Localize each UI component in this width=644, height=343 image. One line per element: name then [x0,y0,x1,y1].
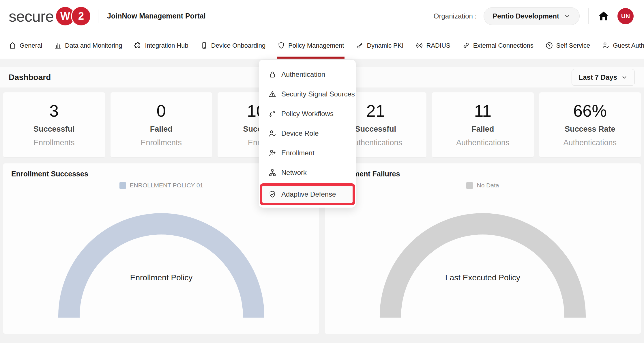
stat-metric: Successful [355,125,396,134]
legend-label: ENROLLMENT POLICY 01 [130,182,203,189]
shield-icon [277,42,285,49]
header-divider [98,10,98,23]
stat-metric: Failed [471,125,494,134]
nav-item-guest-authentication[interactable]: Guest Authentication [602,32,644,59]
stat-value: 11 [474,102,491,120]
half-donut-gauge [58,213,265,318]
stat-metric: Success Rate [565,125,615,134]
app-header: secure W 2 JoinNow Management Portal Org… [0,0,644,32]
main-nav: General Data and Monitoring Integration … [0,32,644,59]
chart-title: Enrollment Successes [11,170,88,178]
workflow-icon [268,110,276,118]
organization-select[interactable]: Pentio Development [484,7,580,25]
nav-item-integration-hub[interactable]: Integration Hub [134,32,188,59]
nav-item-general[interactable]: General [9,32,42,59]
chart-legend: No Data [325,182,641,189]
stat-value: 0 [157,102,166,120]
logo-word: secure [9,7,54,25]
nav-item-radius[interactable]: RADIUS [415,32,450,59]
link-icon [462,42,470,49]
stat-category: Enrollments [141,138,182,147]
broadcast-icon [415,42,423,49]
stat-card-success-rate-authentications: 66% Success Rate Authentications [539,92,641,157]
menu-item-policy-workflows[interactable]: Policy Workflows [259,104,356,124]
menu-item-authentication[interactable]: Authentication [259,65,356,84]
portal-title: JoinNow Management Portal [107,12,206,20]
puzzle-icon [134,42,142,49]
gauge-center-label: Enrollment Policy [3,273,319,282]
stat-category: Authentications [563,138,617,147]
person-check-icon [268,129,276,137]
organization-value: Pentio Development [493,12,559,20]
person-plus-icon [268,149,276,157]
stat-category: Authentications [456,138,510,147]
person-check-icon [602,42,610,49]
chevron-down-icon [621,74,628,81]
half-donut-gauge [379,213,586,318]
stat-card-successful-enrollments: 3 Successful Enrollments [3,92,105,157]
key-icon [356,42,364,49]
legend-swatch [119,182,126,189]
organization-label: Organization : [434,12,477,20]
shield-check-icon [268,190,276,198]
nav-item-data-and-monitoring[interactable]: Data and Monitoring [54,32,122,59]
stat-metric: Successful [33,125,75,134]
menu-item-network[interactable]: Network [259,163,356,182]
securew2-logo: secure W 2 [9,7,90,25]
menu-item-adaptive-defense-highlighted[interactable]: Adaptive Defense [260,183,355,205]
warning-triangle-icon [268,90,276,98]
legend-label: No Data [477,182,499,189]
logo-circle-2: 2 [72,7,90,25]
header-divider-2 [588,8,589,24]
menu-item-security-signal-sources[interactable]: Security Signal Sources [259,84,356,104]
lock-icon [268,70,276,79]
home-filled-icon [598,10,609,22]
stat-metric: Failed [150,125,173,134]
legend-swatch [466,182,473,189]
smartphone-icon [200,42,208,49]
nav-item-external-connections[interactable]: External Connections [462,32,533,59]
user-avatar[interactable]: UN [617,8,634,24]
enrollment-failures-chart-card: Enrollment Failures No Data Last Execute… [325,163,641,334]
stat-value: 21 [366,102,385,120]
chevron-down-icon [564,13,571,20]
stat-value: 66% [573,102,607,120]
nav-item-policy-management[interactable]: Policy Management [277,32,344,59]
stat-value: 3 [49,102,59,120]
menu-item-device-role[interactable]: Device Role [259,124,356,143]
page-title: Dashboard [9,73,51,82]
nav-item-self-service[interactable]: Self Service [545,32,590,59]
stat-card-failed-enrollments: 0 Failed Enrollments [111,92,212,157]
menu-item-enrollment[interactable]: Enrollment [259,143,356,163]
nav-item-device-onboarding[interactable]: Device Onboarding [200,32,265,59]
stat-category: Authentications [349,138,402,147]
date-range-select[interactable]: Last 7 Days [572,69,635,86]
home-icon [9,42,16,49]
policy-management-dropdown: Authentication Security Signal Sources P… [259,60,356,208]
home-button[interactable] [597,10,610,23]
network-icon [268,169,276,177]
nav-item-dynamic-pki[interactable]: Dynamic PKI [356,32,403,59]
stat-category: Enrollments [33,138,75,147]
stat-card-failed-authentications: 11 Failed Authentications [432,92,534,157]
bar-chart-icon [54,42,62,49]
question-circle-icon [545,42,553,49]
gauge-center-label: Last Executed Policy [325,273,641,282]
